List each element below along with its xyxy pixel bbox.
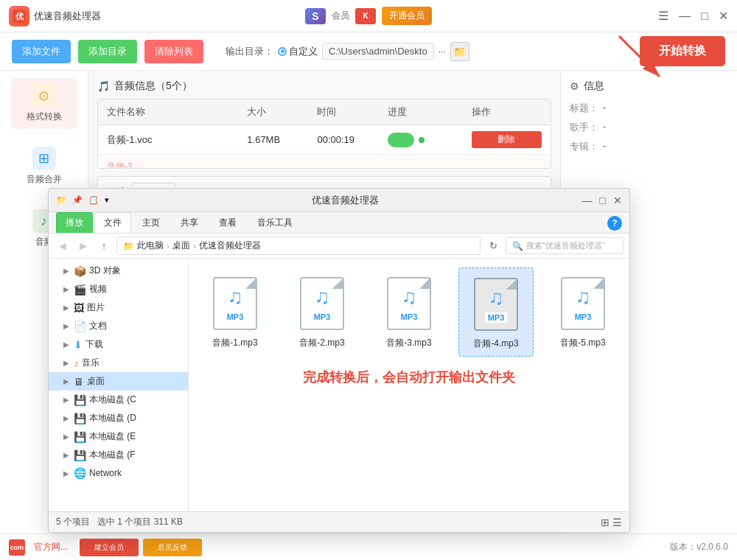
kv-icon: K <box>355 8 376 24</box>
quick-nav-pin[interactable]: 📌 <box>72 195 83 205</box>
version-text: 版本：v2.0.6.0 <box>670 541 728 553</box>
add-dir-button[interactable]: 添加目录 <box>78 40 137 63</box>
info-header: ⚙ 信息 <box>570 80 728 93</box>
row1-delete-button[interactable]: 删除 <box>472 131 542 148</box>
tree-item-disk-e[interactable]: ▶ 💾 本地磁盘 (E <box>49 427 188 446</box>
file-name-4: 音频-4.mp3 <box>473 337 518 350</box>
tree-item-disk-c[interactable]: ▶ 💾 本地磁盘 (C <box>49 391 188 409</box>
view-list-btn[interactable]: ☰ <box>612 517 622 528</box>
quick-nav-folder[interactable]: 📁 <box>56 195 66 205</box>
info-val-artist: - <box>603 121 606 134</box>
minimize-btn[interactable]: — <box>679 10 691 22</box>
music-note-icon-5: ♫ <box>576 285 591 309</box>
file-page-5: ♫ MP3 <box>561 277 605 330</box>
close-btn[interactable]: ✕ <box>719 10 728 22</box>
tree-arrow: ▶ <box>63 304 71 312</box>
file-corner <box>245 279 256 289</box>
exp-body: ▶ 📦 3D 对象 ▶ 🎬 视频 ▶ 🖼 图片 ▶ 📄 文档 <box>49 259 629 511</box>
tree-item-3d[interactable]: ▶ 📦 3D 对象 <box>49 262 188 280</box>
svg-text:优: 优 <box>15 12 24 21</box>
ribbon-tab-share[interactable]: 共享 <box>171 212 208 233</box>
folder-browse-button[interactable]: 📁 <box>450 42 469 61</box>
file-item-3[interactable]: ♫ MP3 音频-3.mp3 <box>371 267 447 357</box>
tree-arrow: ▶ <box>63 451 71 459</box>
ribbon-tab-file[interactable]: 文件 <box>94 212 131 233</box>
exp-title-text: 优速音频处理器 <box>109 194 582 207</box>
tree-item-docs[interactable]: ▶ 📄 文档 <box>49 317 188 335</box>
file-name-1: 音频-1.mp3 <box>212 337 257 349</box>
format-icon: ⊙ <box>32 84 56 108</box>
exp-close-btn[interactable]: ✕ <box>613 195 622 206</box>
address-breadcrumb[interactable]: 📁 此电脑 › 桌面 › 优速音频处理器 <box>116 237 481 255</box>
file-item-5[interactable]: ♫ MP3 音频-5.mp3 <box>545 267 621 357</box>
sidebar-item-format[interactable]: ⊙ 格式转换 <box>11 78 77 129</box>
up-button[interactable]: ↑ <box>96 238 112 254</box>
vip-button[interactable]: 开通会员 <box>382 7 432 25</box>
ribbon-tab-home[interactable]: 主页 <box>133 212 170 233</box>
tree-item-disk-f[interactable]: ▶ 💾 本地磁盘 (F <box>49 446 188 464</box>
bottom-btn1[interactable]: 建立会员 <box>80 539 139 556</box>
tree-label-docs: 文档 <box>89 320 182 332</box>
add-file-button[interactable]: 添加文件 <box>12 40 71 63</box>
search-placeholder: 搜索"优速音频处理器" <box>526 240 605 251</box>
output-dir-section: 输出目录： 自定义 C:\Users\admin\Deskto ··· 📁 <box>226 42 469 61</box>
refresh-button[interactable]: ↻ <box>485 238 501 254</box>
maximize-btn[interactable]: □ <box>701 10 708 22</box>
tree-label-disk-c: 本地磁盘 (C <box>89 393 182 406</box>
title-center: S 会员 K 开通会员 <box>305 7 432 25</box>
file-corner <box>506 279 517 290</box>
output-radio[interactable]: 自定义 <box>278 45 318 58</box>
tree-item-disk-d[interactable]: ▶ 💾 本地磁盘 (D <box>49 409 188 427</box>
tree-arrow: ▶ <box>63 433 71 441</box>
back-button[interactable]: ◀ <box>55 238 71 254</box>
sidebar-item-merge[interactable]: ⊞ 音频合并 <box>11 141 77 192</box>
file-item-2[interactable]: ♫ MP3 音频-2.mp3 <box>284 267 360 357</box>
ribbon-tab-music-label: 音乐工具 <box>257 217 293 228</box>
ribbon-tab-play[interactable]: 播放 <box>56 212 93 233</box>
ribbon-tab-home-label: 主页 <box>142 217 160 228</box>
forward-button[interactable]: ▶ <box>75 238 91 254</box>
tree-item-downloads[interactable]: ▶ ⬇ 下载 <box>49 335 188 354</box>
exp-tree: ▶ 📦 3D 对象 ▶ 🎬 视频 ▶ 🖼 图片 ▶ 📄 文档 <box>49 259 189 511</box>
output-more[interactable]: ··· <box>439 46 446 57</box>
search-box[interactable]: 🔍 搜索"优速音频处理器" <box>506 237 624 254</box>
tree-item-music[interactable]: ▶ ♪ 音乐 <box>49 354 188 372</box>
bottom-btn2[interactable]: 意见反馈 <box>143 539 202 556</box>
tree-icon-video: 🎬 <box>74 284 86 295</box>
file-name-2: 音频-2.mp3 <box>299 337 344 349</box>
official-site-link[interactable]: 官方网... <box>34 541 68 553</box>
tree-item-video[interactable]: ▶ 🎬 视频 <box>49 280 188 298</box>
ribbon-tab-view[interactable]: 查看 <box>209 212 246 233</box>
status-bar: com 官方网... 建立会员 意见反馈 版本：v2.0.6.0 <box>0 533 737 560</box>
tree-item-pictures[interactable]: ▶ 🖼 图片 <box>49 298 188 317</box>
file-item-4[interactable]: ♫ MP3 音频-4.mp3 <box>458 267 534 357</box>
quick-nav-view[interactable]: 📋 <box>88 195 99 205</box>
tree-label-video: 视频 <box>89 283 182 295</box>
exp-status-bar: 5 个项目 选中 1 个项目 311 KB ⊞ ☰ <box>49 511 629 532</box>
col-filename: 文件名称 <box>107 105 247 119</box>
tree-icon-disk-e: 💾 <box>74 431 86 443</box>
tree-arrow: ▶ <box>63 359 71 367</box>
music-note-icon-2: ♫ <box>315 285 330 309</box>
view-grid-btn[interactable]: ⊞ <box>601 517 609 528</box>
file-page-4: ♫ MP3 <box>474 278 518 331</box>
mp3-icon-2: ♫ MP3 <box>296 273 349 334</box>
ribbon-tab-music-tools[interactable]: 音乐工具 <box>248 212 302 233</box>
start-convert-button[interactable]: 开始转换 <box>640 36 725 66</box>
clear-list-button[interactable]: 清除列表 <box>144 40 203 63</box>
file-item-1[interactable]: ♫ MP3 音频-1.mp3 <box>198 267 273 357</box>
exp-minimize-btn[interactable]: — <box>582 195 593 206</box>
help-button[interactable]: ? <box>607 216 622 231</box>
tree-item-desktop[interactable]: ▶ 🖥 桌面 <box>49 372 188 391</box>
status-logo: com <box>9 539 25 556</box>
hamburger-icon[interactable]: ☰ <box>658 10 668 22</box>
mp3-label-3: MP3 <box>398 312 421 322</box>
tree-icon-disk-c: 💾 <box>74 394 86 406</box>
status-icons: 版本：v2.0.6.0 <box>670 541 728 553</box>
tree-item-network[interactable]: ▶ 🌐 Network <box>49 464 188 482</box>
exp-maximize-btn[interactable]: □ <box>600 195 606 206</box>
mp3-icon-3: ♫ MP3 <box>383 273 436 334</box>
ribbon-tab-file-label: 文件 <box>104 217 122 228</box>
mp3-label-4: MP3 <box>485 312 508 323</box>
breadcrumb-pc: 此电脑 <box>137 239 164 252</box>
